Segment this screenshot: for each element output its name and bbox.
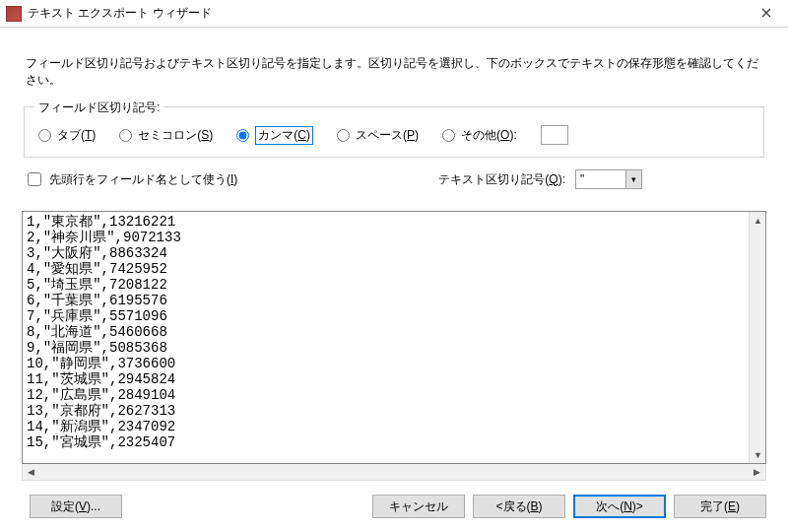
radio-semicolon[interactable]: セミコロン(S) (119, 127, 213, 144)
radio-tab[interactable]: タブ(T) (38, 127, 96, 144)
vertical-scrollbar[interactable]: ▲ ▼ (749, 212, 765, 463)
app-icon (6, 6, 22, 22)
delimiter-fieldset: フィールド区切り記号: タブ(T) セミコロン(S) カンマ(C) スペース(P… (24, 106, 764, 158)
radio-semicolon-label: セミコロン(S) (138, 127, 213, 144)
next-button[interactable]: 次へ(N) > (573, 495, 666, 518)
text-qualifier-value: " (576, 172, 625, 186)
delimiter-legend: フィールド区切り記号: (34, 100, 164, 116)
radio-space-label: スペース(P) (356, 127, 419, 144)
preview-box: 1,"東京都",13216221 2,"神奈川県",9072133 3,"大阪府… (22, 211, 766, 464)
other-delimiter-input[interactable] (541, 125, 568, 145)
radio-tab-label: タブ(T) (57, 127, 96, 144)
cancel-button[interactable]: キャンセル (372, 495, 465, 518)
scroll-left-icon[interactable]: ◀ (23, 464, 39, 481)
radio-comma-input[interactable] (236, 129, 249, 142)
firstrow-checkbox-row[interactable]: 先頭行をフィールド名として使う(I) (28, 171, 430, 188)
radio-semicolon-input[interactable] (119, 129, 132, 142)
preview-text: 1,"東京都",13216221 2,"神奈川県",9072133 3,"大阪府… (23, 212, 749, 463)
radio-space-input[interactable] (337, 129, 350, 142)
text-qualifier-label: テキスト区切り記号(Q): (438, 171, 565, 188)
radio-tab-input[interactable] (38, 129, 51, 142)
preview-wrap: 1,"東京都",13216221 2,"神奈川県",9072133 3,"大阪府… (22, 211, 766, 481)
radio-other-input[interactable] (442, 129, 455, 142)
radio-other-label: その他(O): (461, 127, 517, 144)
scroll-right-icon[interactable]: ▶ (749, 464, 765, 481)
instruction-text: フィールド区切り記号およびテキスト区切り記号を指定します。区切り記号を選択し、下… (26, 55, 762, 89)
finish-button[interactable]: 完了(E) (674, 495, 766, 518)
window-title: テキスト エクスポート ウィザード (28, 5, 744, 22)
radio-other[interactable]: その他(O): (442, 127, 517, 144)
radio-comma-label: カンマ(C) (255, 126, 313, 145)
radio-comma[interactable]: カンマ(C) (236, 126, 313, 145)
dialog-body: フィールド区切り記号およびテキスト区切り記号を指定します。区切り記号を選択し、下… (0, 28, 788, 532)
delimiter-radio-row: タブ(T) セミコロン(S) カンマ(C) スペース(P) その他(O): (38, 125, 750, 145)
radio-space[interactable]: スペース(P) (337, 127, 419, 144)
chevron-down-icon: ▾ (625, 170, 641, 188)
scroll-up-icon[interactable]: ▲ (750, 212, 766, 229)
button-row: 設定(V)... キャンセル < 戻る(B) 次へ(N) > 完了(E) (22, 481, 766, 524)
settings-button[interactable]: 設定(V)... (30, 495, 122, 518)
scroll-down-icon[interactable]: ▼ (750, 446, 766, 463)
back-button[interactable]: < 戻る(B) (473, 495, 565, 518)
text-qualifier-combo[interactable]: " ▾ (575, 169, 642, 189)
options-row: 先頭行をフィールド名として使う(I) テキスト区切り記号(Q): " ▾ (28, 169, 760, 189)
close-button[interactable] (744, 0, 788, 28)
horizontal-scrollbar[interactable]: ◀ ▶ (22, 464, 766, 481)
firstrow-checkbox[interactable] (28, 172, 41, 186)
text-qualifier-row: テキスト区切り記号(Q): " ▾ (438, 169, 642, 189)
title-bar: テキスト エクスポート ウィザード (0, 0, 788, 28)
firstrow-checkbox-label: 先頭行をフィールド名として使う(I) (49, 171, 237, 188)
close-icon (761, 7, 771, 21)
